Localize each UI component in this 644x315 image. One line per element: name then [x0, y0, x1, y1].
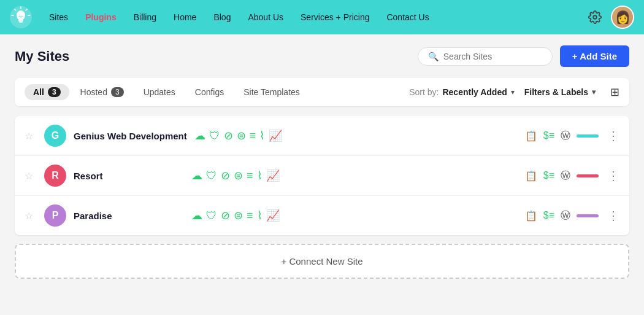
wave-icon: ⌇ — [257, 169, 263, 182]
nav-link-billing[interactable]: Billing — [126, 9, 164, 26]
nav-link-contact[interactable]: Contact Us — [379, 9, 436, 26]
cloud-icon: ☁ — [194, 129, 205, 142]
sort-by-dropdown[interactable]: Sort by: Recently Added ▾ — [409, 87, 515, 97]
sort-chevron-icon: ▾ — [511, 88, 515, 96]
grid-view-icon[interactable]: ⊞ — [610, 85, 619, 99]
block-icon: ⊘ — [224, 129, 233, 142]
document-icon[interactable]: 📋 — [525, 170, 537, 182]
shield-icon: 🛡 — [209, 130, 220, 142]
lines-icon: ≡ — [247, 169, 253, 182]
document-icon[interactable]: 📋 — [525, 210, 537, 222]
navbar: Sites Plugins Billing Home Blog About Us… — [0, 0, 644, 34]
cloud-icon: ☁ — [191, 169, 202, 182]
site-plugin-icons-paradise: ☁ 🛡 ⊘ ⊜ ≡ ⌇ 📈 — [191, 209, 513, 222]
star-icon-genius[interactable]: ☆ — [25, 130, 37, 142]
header-row: My Sites 🔍 + Add Site — [15, 45, 629, 67]
chart-icon: 📈 — [266, 169, 280, 182]
block-icon: ⊘ — [221, 209, 230, 222]
site-color-bar-genius — [577, 134, 599, 138]
site-plugin-icons-resort: ☁ 🛡 ⊘ ⊜ ≡ ⌇ 📈 — [191, 169, 513, 182]
stack-icon: ⊜ — [234, 169, 243, 182]
page-title: My Sites — [15, 49, 418, 64]
add-site-button[interactable]: + Add Site — [560, 45, 629, 67]
site-color-bar-resort — [577, 174, 599, 177]
filter-tab-hosted[interactable]: Hosted 3 — [72, 84, 132, 100]
filter-templates-label: Site Templates — [243, 87, 300, 97]
chart-icon: 📈 — [266, 209, 280, 222]
block-icon: ⊘ — [221, 169, 230, 182]
sort-section: Sort by: Recently Added ▾ Filters & Labe… — [409, 85, 619, 99]
filter-row: All 3 Hosted 3 Updates Configs Site Temp… — [15, 78, 629, 106]
star-icon-paradise[interactable]: ☆ — [25, 210, 37, 222]
user-avatar[interactable]: 👩 — [611, 6, 634, 29]
cloud-icon: ☁ — [191, 209, 202, 222]
document-icon[interactable]: 📋 — [525, 130, 537, 142]
connect-new-site-button[interactable]: + Connect New Site — [15, 244, 629, 279]
site-name-paradise[interactable]: Paradise — [74, 211, 184, 221]
filter-tab-configs[interactable]: Configs — [186, 84, 232, 100]
site-actions-paradise: 📋 $≡ Ⓦ ⋮ — [525, 208, 619, 223]
nav-link-plugins[interactable]: Plugins — [78, 9, 124, 26]
billing-icon[interactable]: $≡ — [543, 210, 554, 221]
site-name-genius[interactable]: Genius Web Development — [74, 131, 187, 141]
sort-label: Sort by: — [409, 87, 439, 97]
filters-labels-dropdown[interactable]: Filters & Labels ▾ — [524, 87, 596, 97]
svg-point-9 — [593, 15, 597, 19]
site-name-resort[interactable]: Resort — [74, 171, 184, 181]
site-plugin-icons-genius: ☁ 🛡 ⊘ ⊜ ≡ ⌇ 📈 — [194, 129, 513, 142]
filter-tab-templates[interactable]: Site Templates — [235, 84, 309, 100]
site-avatar-paradise: P — [44, 204, 66, 227]
billing-icon[interactable]: $≡ — [543, 170, 554, 181]
filter-updates-label: Updates — [144, 87, 175, 97]
wordpress-icon[interactable]: Ⓦ — [561, 209, 570, 222]
svg-rect-3 — [19, 21, 23, 23]
site-color-bar-paradise — [577, 214, 599, 217]
wordpress-icon[interactable]: Ⓦ — [561, 130, 570, 142]
search-input[interactable] — [443, 52, 542, 61]
lines-icon: ≡ — [247, 209, 253, 222]
filter-all-label: All — [33, 87, 44, 97]
sort-value: Recently Added — [442, 87, 507, 97]
filters-labels-text: Filters & Labels — [524, 87, 588, 97]
billing-icon[interactable]: $≡ — [543, 130, 554, 141]
site-actions-resort: 📋 $≡ Ⓦ ⋮ — [525, 168, 619, 183]
search-icon: 🔍 — [428, 52, 439, 61]
filter-hosted-badge: 3 — [111, 87, 124, 97]
nav-link-sites[interactable]: Sites — [42, 9, 75, 26]
filter-all-badge: 3 — [48, 87, 61, 97]
nav-link-blog[interactable]: Blog — [206, 9, 238, 26]
more-options-icon-genius[interactable]: ⋮ — [607, 128, 619, 143]
svg-rect-2 — [18, 20, 23, 21]
nav-logo[interactable] — [10, 6, 32, 28]
gear-icon[interactable] — [585, 7, 605, 27]
table-row: ☆ G Genius Web Development ☁ 🛡 ⊘ ⊜ ≡ ⌇ 📈 — [15, 116, 629, 156]
table-row: ☆ R Resort ☁ 🛡 ⊘ ⊜ ≡ ⌇ 📈 📋 $≡ Ⓦ ⋮ — [15, 156, 629, 196]
nav-link-about[interactable]: About Us — [240, 9, 291, 26]
shield-icon: 🛡 — [206, 169, 217, 182]
wave-icon: ⌇ — [259, 129, 265, 142]
stack-icon: ⊜ — [234, 209, 243, 222]
filter-tab-updates[interactable]: Updates — [135, 84, 184, 100]
filter-configs-label: Configs — [195, 87, 224, 97]
site-avatar-resort: R — [44, 165, 66, 187]
nav-link-services[interactable]: Services + Pricing — [293, 9, 377, 26]
shield-icon: 🛡 — [206, 209, 217, 222]
wave-icon: ⌇ — [257, 209, 263, 222]
main-content: My Sites 🔍 + Add Site All 3 Hosted 3 Upd… — [0, 34, 644, 315]
chart-icon: 📈 — [269, 129, 282, 142]
more-options-icon-resort[interactable]: ⋮ — [607, 168, 619, 183]
sites-table: ☆ G Genius Web Development ☁ 🛡 ⊘ ⊜ ≡ ⌇ 📈 — [15, 116, 629, 235]
filter-hosted-label: Hosted — [80, 87, 107, 97]
nav-link-home[interactable]: Home — [166, 9, 204, 26]
search-bar: 🔍 — [418, 47, 553, 66]
filter-tab-all[interactable]: All 3 — [25, 84, 69, 100]
site-actions-genius: 📋 $≡ Ⓦ ⋮ — [525, 128, 619, 143]
more-options-icon-paradise[interactable]: ⋮ — [607, 208, 619, 223]
star-icon-resort[interactable]: ☆ — [25, 170, 37, 182]
site-avatar-genius: G — [44, 125, 66, 147]
nav-links: Sites Plugins Billing Home Blog About Us… — [42, 9, 583, 26]
wordpress-icon[interactable]: Ⓦ — [561, 169, 570, 182]
filters-chevron-icon: ▾ — [592, 88, 596, 96]
svg-point-1 — [17, 10, 25, 20]
nav-right: 👩 — [585, 6, 634, 29]
